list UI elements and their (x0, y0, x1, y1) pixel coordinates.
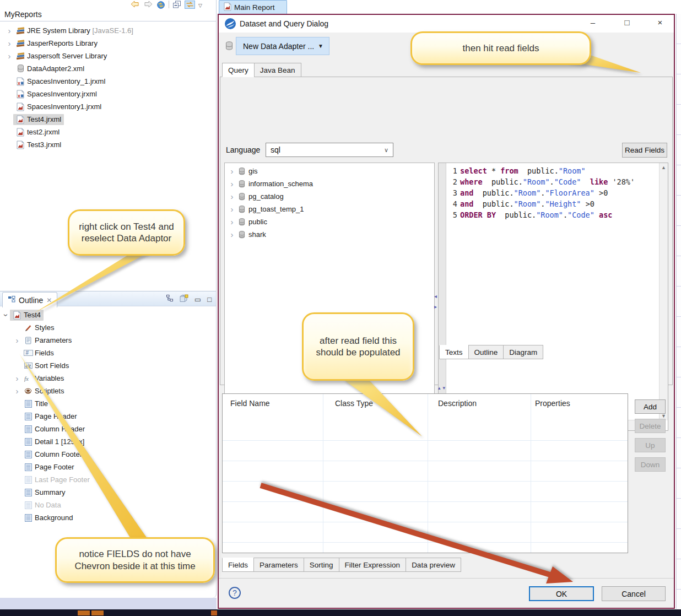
field-action-button[interactable]: Down (635, 457, 666, 472)
splitter-arrows[interactable]: ◂▸ (434, 294, 437, 310)
collapse-all-icon[interactable] (172, 0, 181, 9)
refresh-icon[interactable] (156, 0, 165, 9)
chevron-right-icon[interactable]: › (228, 206, 236, 213)
ok-button[interactable]: OK (529, 586, 594, 601)
project-tree-item[interactable]: › Test4.jrxml (6, 113, 64, 126)
editor-tab-main-report[interactable]: Main Report (219, 0, 287, 14)
back-icon[interactable] (130, 0, 140, 9)
dialog-titlebar[interactable]: Dataset and Query Dialog – □ × (219, 15, 674, 33)
taskbar-item[interactable] (78, 610, 90, 615)
project-tree-item[interactable]: › Test3.jrxml (6, 138, 64, 151)
dataset-tab[interactable]: Sorting (304, 558, 339, 572)
chevron-right-icon[interactable]: › (228, 231, 236, 239)
minimize-view-icon[interactable]: ▭ (194, 296, 201, 303)
outline-tree-item[interactable]: › Detail 1 [125px] (13, 435, 87, 448)
project-tree-item[interactable]: › SpacesInventory1.jrxml (6, 100, 104, 113)
chevron-right-icon[interactable]: › (228, 218, 236, 226)
chevron-down-icon[interactable]: › (2, 311, 10, 319)
minimize-icon[interactable]: – (585, 18, 601, 27)
dataset-tab[interactable]: Fields (222, 558, 254, 572)
outline-tree-item[interactable]: › azSort Fields (13, 359, 72, 372)
chevron-right-icon[interactable]: › (13, 337, 21, 344)
close-tab-icon[interactable]: ✕ (46, 296, 52, 304)
column-header[interactable]: Description (430, 394, 527, 408)
outline-tree-item[interactable]: › Column Header (13, 423, 88, 435)
tree-mode-icon[interactable] (166, 294, 174, 304)
dataset-tab[interactable]: Data preview (406, 558, 461, 572)
outline-tree-item[interactable]: › #Fields (13, 347, 57, 359)
close-icon[interactable]: × (652, 18, 668, 27)
outline-tree-item[interactable]: › Parameters (13, 334, 74, 347)
forward-icon[interactable] (143, 0, 153, 9)
column-header[interactable]: Properties (527, 394, 570, 408)
schema-tree-item[interactable]: › pg_catalog (228, 190, 284, 203)
editor-tab[interactable]: Outline (468, 345, 504, 359)
outline-view-tab[interactable]: Outline ✕ (2, 292, 57, 307)
editor-tab[interactable]: Texts (439, 345, 469, 359)
column-header[interactable]: Field Name (223, 394, 327, 408)
field-buttons: AddDeleteUpDown (635, 399, 666, 477)
sql-editor[interactable]: 1select * from public."Room"2where publi… (438, 163, 668, 431)
field-action-button[interactable]: Up (635, 438, 666, 452)
chevron-right-icon[interactable]: › (13, 375, 21, 382)
schema-tree-item[interactable]: › gis (228, 165, 258, 177)
help-button[interactable]: ? (229, 587, 241, 599)
report-icon (12, 311, 22, 320)
view-menu-icon[interactable]: ▽ (198, 1, 202, 10)
outline-tree-item[interactable]: › Scriptlets (13, 385, 67, 397)
table-mode-icon[interactable] (180, 294, 188, 304)
field-action-button[interactable]: Delete (635, 419, 666, 433)
chevron-right-icon[interactable]: › (6, 27, 13, 35)
chevron-right-icon[interactable]: › (13, 387, 21, 395)
outline-tree-item[interactable]: › Styles (13, 321, 57, 334)
column-header[interactable]: Class Type (327, 394, 430, 408)
schema-tree-item[interactable]: › pg_toast_temp_1 (228, 203, 304, 215)
vertical-scrollbar[interactable]: ▲ ▼ (659, 163, 668, 420)
maximize-view-icon[interactable]: □ (207, 296, 212, 303)
cancel-button[interactable]: Cancel (602, 586, 666, 601)
link-with-editor-icon[interactable] (185, 0, 195, 9)
dataset-query-dialog: Dataset and Query Dialog – □ × New Data … (218, 14, 675, 609)
dialog-tab[interactable]: Java Bean (254, 63, 301, 77)
project-tree-item[interactable]: › JasperReports Library (6, 37, 100, 50)
project-tree-item[interactable]: › xSpacesInventory.jrxml (6, 88, 100, 100)
dataset-tab[interactable]: Parameters (253, 558, 304, 572)
field-action-button[interactable]: Add (635, 399, 666, 414)
language-select[interactable]: sql ∨ (266, 143, 393, 157)
project-tree-item[interactable]: › test2.jrxml (6, 126, 62, 138)
chevron-right-icon[interactable]: › (228, 180, 236, 188)
outline-root-item[interactable]: › Test4 (2, 309, 44, 321)
outline-tree-item[interactable]: › Page Header (13, 410, 80, 423)
dataset-tab[interactable]: Filter Expression (339, 558, 407, 572)
read-fields-button[interactable]: Read Fields (622, 143, 667, 158)
outline-tree-item[interactable]: › No Data (13, 499, 64, 511)
taskbar-item[interactable] (91, 610, 104, 615)
outline-tree-item[interactable]: › Summary (13, 486, 68, 499)
chevron-right-icon[interactable]: › (228, 167, 236, 175)
outline-tree-item[interactable]: › Last Page Footer (13, 473, 93, 486)
database-icon (15, 64, 25, 73)
outline-tree-item[interactable]: › Column Footer (13, 448, 85, 461)
schema-tree-item[interactable]: › public (228, 215, 267, 228)
outline-tree-item[interactable]: › Page Footer (13, 461, 77, 473)
horizontal-splitter[interactable]: ▴▾ (438, 385, 447, 391)
outline-tree-item[interactable]: › fxVariables (13, 372, 67, 385)
fields-table[interactable]: Field NameClass TypeDescriptionPropertie… (222, 393, 628, 553)
chevron-right-icon[interactable]: › (6, 52, 13, 60)
schema-tree-item[interactable]: › shark (228, 228, 266, 241)
project-tree-item[interactable]: › xSpacesInventory_1.jrxml (6, 75, 108, 88)
sql-code[interactable]: 1select * from public."Room"2where publi… (446, 165, 659, 220)
project-tree-item[interactable]: › Jaspersoft Server Library (6, 50, 110, 62)
chevron-right-icon[interactable]: › (6, 40, 13, 47)
maximize-icon[interactable]: □ (619, 18, 635, 27)
outline-tree-item[interactable]: › Background (13, 511, 75, 524)
project-tree-item[interactable]: › JRE System Library [JavaSE-1.6] (6, 24, 136, 37)
taskbar-item[interactable] (211, 610, 217, 615)
data-adapter-dropdown[interactable]: New Data Adapter ... ▼ (236, 37, 329, 55)
schema-tree-item[interactable]: › information_schema (228, 177, 313, 190)
editor-tab[interactable]: Diagram (503, 345, 543, 359)
project-tree-item[interactable]: › DataAdapter2.xml (6, 62, 87, 75)
chevron-right-icon[interactable]: › (228, 193, 236, 201)
dialog-tab[interactable]: Query (222, 63, 255, 77)
outline-tree-item[interactable]: › Title (13, 397, 51, 410)
